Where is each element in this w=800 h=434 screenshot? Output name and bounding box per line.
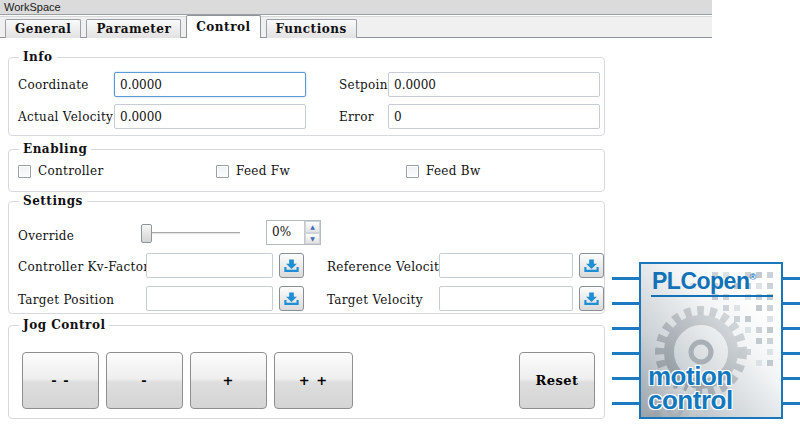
slider-track[interactable] (141, 232, 240, 235)
spinner-arrows: ▲ ▼ (304, 221, 320, 244)
error-label: Error (339, 110, 374, 124)
logo-pin-line (612, 327, 639, 330)
plcopen-motion-control-logo: PLCopen® motion control (639, 262, 783, 419)
logo-divider (651, 295, 773, 297)
logo-pin-line (783, 352, 800, 355)
arrow-down-icon: ▼ (310, 235, 315, 242)
registered-mark: ® (749, 272, 755, 282)
tab-general[interactable]: General (5, 19, 81, 38)
target-velocity-download-button[interactable] (579, 286, 604, 311)
window-title: WorkSpace (4, 1, 61, 13)
jog-forward-button[interactable]: + (190, 352, 267, 409)
jog-fast-forward-button[interactable]: + + (274, 352, 353, 409)
logo-pin-line (783, 402, 800, 405)
settings-group: Settings Override 0% ▲ ▼ Controller Kv-F… (8, 201, 605, 314)
plcopen-brand: PLCopen® (641, 264, 781, 294)
tabs: General Parameter Control Functions (5, 15, 357, 38)
download-icon (583, 291, 600, 306)
checkbox-icon[interactable] (216, 165, 229, 178)
reference-velocity-input[interactable] (439, 253, 573, 278)
kv-factor-download-button[interactable] (279, 253, 304, 278)
kv-factor-label: Controller Kv-Factor (18, 260, 149, 274)
logo-pin-line (612, 277, 639, 280)
jog-control-legend: Jog Control (19, 318, 109, 332)
enabling-group: Enabling Controller Feed Fw Feed Bw (8, 149, 605, 192)
override-label: Override (18, 229, 74, 243)
tab-control[interactable]: Control (186, 15, 260, 38)
tab-functions[interactable]: Functions (266, 19, 357, 38)
controller-checkbox-label: Controller (38, 164, 103, 178)
setpoint-input[interactable] (388, 72, 600, 97)
workspace-window: WorkSpace General Parameter Control Func… (0, 0, 800, 434)
jog-control-group: Jog Control - - - + + + Reset (8, 325, 605, 419)
jog-backward-button[interactable]: - (106, 352, 183, 409)
target-position-label: Target Position (18, 293, 114, 307)
settings-legend: Settings (19, 194, 87, 208)
override-value: 0% (267, 221, 304, 244)
logo-pin-line (783, 277, 800, 280)
target-position-download-button[interactable] (279, 286, 304, 311)
download-icon (583, 258, 600, 273)
kv-factor-input[interactable] (146, 253, 273, 278)
target-position-input[interactable] (146, 286, 273, 311)
logo-pin-line (783, 327, 800, 330)
logo-pin-line (612, 302, 639, 305)
feed-bw-checkbox-label: Feed Bw (426, 164, 481, 178)
logo-pin-line (612, 352, 639, 355)
target-velocity-label: Target Velocity (327, 293, 423, 307)
override-spinner[interactable]: 0% ▲ ▼ (266, 220, 321, 245)
setpoint-label: Setpoint (339, 78, 393, 92)
coordinate-label: Coordinate (18, 78, 89, 92)
controller-checkbox[interactable]: Controller (18, 164, 103, 178)
logo-pin-line (612, 402, 639, 405)
feed-fw-checkbox-label: Feed Fw (236, 164, 290, 178)
spinner-down-button[interactable]: ▼ (305, 233, 320, 245)
checkbox-icon[interactable] (18, 165, 31, 178)
tab-strip: General Parameter Control Functions (0, 16, 712, 38)
slider-thumb[interactable] (141, 224, 152, 243)
override-slider[interactable] (141, 224, 240, 243)
logo-pin-line (783, 302, 800, 305)
enabling-legend: Enabling (19, 142, 91, 156)
plcopen-brand-text: PLCopen (652, 268, 749, 294)
reference-velocity-download-button[interactable] (579, 253, 604, 278)
target-velocity-input[interactable] (439, 286, 573, 311)
info-group: Info Coordinate Setpoint Actual Velocity… (8, 57, 605, 136)
actual-velocity-label: Actual Velocity (18, 110, 113, 124)
logo-pin-line (612, 377, 639, 380)
reference-velocity-label: Reference Velocity (327, 260, 446, 274)
tab-parameter[interactable]: Parameter (86, 19, 181, 38)
logo-pin-line (783, 377, 800, 380)
error-input[interactable] (388, 104, 600, 129)
window-titlebar: WorkSpace (0, 0, 712, 15)
feed-fw-checkbox[interactable]: Feed Fw (216, 164, 290, 178)
download-icon (283, 291, 300, 306)
spinner-up-button[interactable]: ▲ (305, 221, 320, 233)
coordinate-input[interactable] (114, 72, 306, 97)
reset-button[interactable]: Reset (519, 352, 595, 409)
download-icon (283, 258, 300, 273)
arrow-up-icon: ▲ (310, 223, 315, 230)
motion-control-text: motion control (648, 364, 733, 413)
jog-fast-backward-button[interactable]: - - (22, 352, 99, 409)
actual-velocity-input[interactable] (114, 104, 306, 129)
checkbox-icon[interactable] (406, 165, 419, 178)
info-legend: Info (19, 50, 57, 64)
feed-bw-checkbox[interactable]: Feed Bw (406, 164, 481, 178)
control-word: control (648, 388, 733, 413)
